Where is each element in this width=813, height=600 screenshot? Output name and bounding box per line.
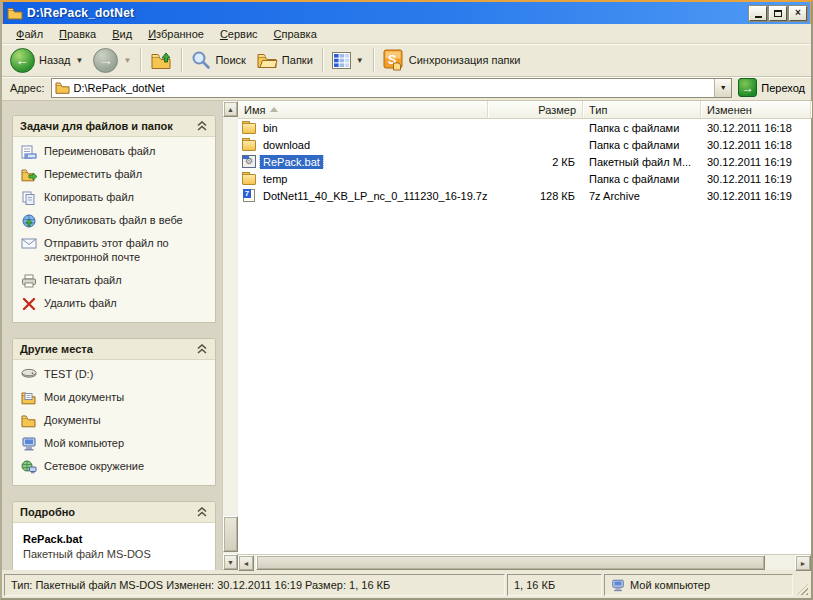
toolbar-separator	[322, 48, 323, 72]
my-documents-icon	[21, 391, 37, 405]
toolbar-separator	[181, 48, 182, 72]
section-title: Другие места	[20, 343, 93, 355]
scroll-thumb[interactable]	[223, 516, 238, 552]
task-publish-file[interactable]: Опубликовать файл в вебе	[21, 214, 211, 228]
section-file-tasks: Задачи для файлов и папок Переименовать …	[12, 115, 216, 323]
menu-edit[interactable]: Правка	[51, 26, 104, 42]
task-print-file[interactable]: Печатать файл	[21, 274, 211, 288]
menu-tools[interactable]: Сервис	[212, 26, 266, 42]
batch-file-icon	[242, 155, 257, 168]
search-button[interactable]: Поиск	[187, 46, 249, 75]
menu-help[interactable]: Справка	[266, 26, 325, 42]
table-row-bin[interactable]: bin Папка с файлами 30.12.2011 16:18	[238, 119, 811, 136]
go-button[interactable]: → Переход	[738, 78, 807, 97]
section-other-places-header[interactable]: Другие места	[13, 339, 215, 360]
my-computer-icon	[611, 579, 625, 592]
search-icon	[191, 50, 211, 70]
taskpane-vertical-scrollbar[interactable]: ▲ ▼	[222, 101, 238, 570]
back-button[interactable]: ← Назад ▼	[6, 46, 87, 75]
chevron-up-icon[interactable]	[196, 121, 208, 131]
folders-button[interactable]: Папки	[252, 46, 317, 75]
scroll-right-button[interactable]: ►	[795, 555, 811, 571]
table-row-temp[interactable]: temp Папка с файлами 30.12.2011 16:19	[238, 170, 811, 187]
task-email-file[interactable]: Отправить этот файл по электронной почте	[21, 237, 211, 265]
scroll-left-button[interactable]: ◄	[238, 555, 254, 571]
status-file-info: Тип: Пакетный файл MS-DOS Изменен: 30.12…	[4, 574, 505, 596]
place-network[interactable]: Сетевое окружение	[21, 460, 211, 474]
search-label: Поиск	[215, 54, 245, 66]
documents-icon	[21, 414, 37, 428]
address-input[interactable]: D:\RePack_dotNet ▼	[51, 78, 733, 98]
address-dropdown-button[interactable]: ▼	[714, 79, 731, 97]
scroll-up-button[interactable]: ▲	[223, 101, 238, 117]
filelist-horizontal-scrollbar[interactable]: ◄ ►	[238, 554, 811, 570]
task-copy-file[interactable]: Копировать файл	[21, 191, 211, 205]
table-row-download[interactable]: download Папка с файлами 30.12.2011 16:1…	[238, 136, 811, 153]
scroll-thumb[interactable]	[256, 555, 765, 570]
resize-grip[interactable]	[795, 574, 809, 596]
content-area: Задачи для файлов и папок Переименовать …	[2, 101, 811, 570]
place-documents[interactable]: Документы	[21, 414, 211, 428]
go-icon: →	[738, 78, 757, 97]
task-move-file[interactable]: Переместить файл	[21, 168, 211, 182]
place-my-computer[interactable]: Мой компьютер	[21, 437, 211, 451]
chevron-up-icon[interactable]	[196, 507, 208, 517]
task-delete-file[interactable]: Удалить файл	[21, 297, 211, 311]
task-rename-file[interactable]: Переименовать файл	[21, 145, 211, 159]
email-icon	[21, 237, 37, 251]
column-header-modified[interactable]: Изменен	[701, 101, 811, 118]
details-file-name: RePack.bat	[23, 533, 207, 545]
up-button[interactable]	[146, 46, 176, 75]
views-button[interactable]: ▼	[328, 46, 368, 75]
views-dropdown-icon[interactable]: ▼	[356, 56, 364, 65]
table-row-repack-bat-selected[interactable]: RePack.bat 2 КБ Пакетный файл M... 30.12…	[238, 153, 811, 170]
folder-app-icon	[7, 6, 23, 20]
folder-icon	[242, 121, 257, 134]
chevron-up-icon[interactable]	[196, 344, 208, 354]
network-icon	[21, 460, 37, 474]
column-header-size[interactable]: Размер	[488, 101, 583, 118]
sync-folder-button[interactable]: S Синхронизация папки	[379, 46, 525, 75]
back-dropdown-icon[interactable]: ▼	[76, 56, 84, 65]
scroll-track[interactable]	[223, 117, 238, 554]
menu-favorites[interactable]: Избранное	[140, 26, 212, 42]
place-test-d[interactable]: TEST (D:)	[21, 368, 211, 382]
column-header-name[interactable]: Имя	[238, 101, 488, 118]
menu-view[interactable]: Вид	[104, 26, 140, 42]
section-title: Подробно	[20, 506, 75, 518]
folders-icon	[256, 50, 278, 70]
menu-bar: Файл Правка Вид Избранное Сервис Справка	[2, 24, 811, 44]
table-row-dotnet-7z[interactable]: DotNet11_40_KB_LP_nc_0_111230_16-19.7z 1…	[238, 187, 811, 204]
section-details-header[interactable]: Подробно	[13, 502, 215, 523]
window-title: D:\RePack_dotNet	[27, 6, 749, 20]
forward-icon: →	[93, 48, 118, 73]
sort-ascending-icon	[270, 107, 278, 112]
go-label: Переход	[761, 82, 805, 94]
section-other-places: Другие места TEST (D:) Мои документы Док…	[12, 338, 216, 486]
sync-icon: S	[383, 49, 405, 71]
status-size: 1, 16 КБ	[507, 574, 602, 596]
forward-button[interactable]: → ▼	[89, 46, 135, 75]
delete-icon	[21, 297, 37, 311]
title-bar[interactable]: D:\RePack_dotNet ×	[2, 2, 811, 24]
task-pane: Задачи для файлов и папок Переименовать …	[2, 101, 222, 570]
scroll-track[interactable]	[254, 555, 795, 570]
maximize-button[interactable]	[769, 6, 787, 21]
address-label: Адрес:	[10, 82, 45, 94]
views-icon	[332, 52, 351, 69]
print-icon	[21, 274, 37, 288]
column-header-type[interactable]: Тип	[583, 101, 701, 118]
scroll-down-button[interactable]: ▼	[223, 554, 238, 570]
close-button[interactable]: ×	[789, 6, 807, 21]
folder-up-icon	[150, 49, 172, 71]
publish-web-icon	[21, 214, 37, 228]
place-my-documents[interactable]: Мои документы	[21, 391, 211, 405]
7z-archive-icon	[242, 189, 257, 202]
section-file-tasks-header[interactable]: Задачи для файлов и папок	[13, 116, 215, 137]
menu-file[interactable]: Файл	[8, 26, 51, 42]
minimize-button[interactable]	[749, 6, 767, 21]
folders-label: Папки	[282, 54, 313, 66]
copy-icon	[21, 191, 37, 205]
address-value: D:\RePack_dotNet	[74, 82, 715, 94]
explorer-window: D:\RePack_dotNet × Файл Правка Вид Избра…	[0, 0, 813, 600]
